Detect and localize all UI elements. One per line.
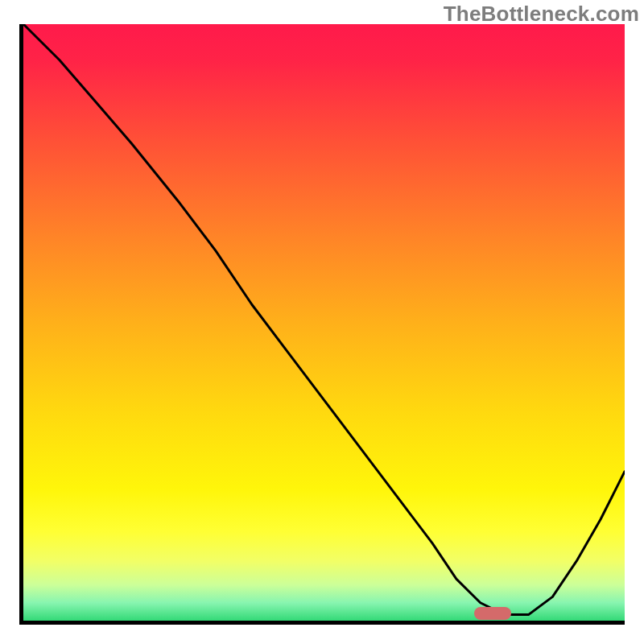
chart-container: TheBottleneck.com: [0, 0, 644, 644]
optimal-marker: [474, 607, 511, 620]
curve-layer: [23, 24, 625, 621]
plot-area: [19, 24, 625, 625]
bottleneck-curve: [23, 24, 625, 615]
watermark-text: TheBottleneck.com: [444, 2, 639, 27]
